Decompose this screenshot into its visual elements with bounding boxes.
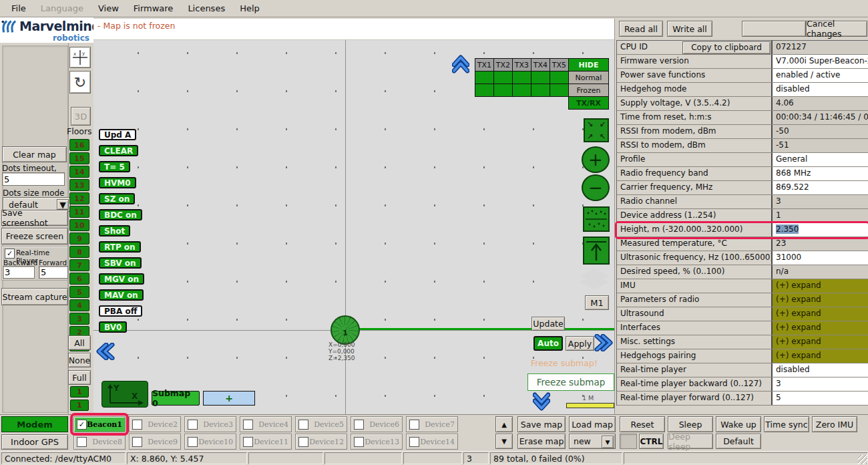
collapse-up-chevron-icon[interactable] (451, 55, 470, 73)
device-checkbox[interactable] (298, 420, 308, 430)
device-checkbox[interactable] (243, 420, 253, 430)
property-value[interactable]: 3 (773, 377, 868, 391)
menu-item-language[interactable]: Language (33, 1, 91, 15)
device-cell-device4[interactable]: Device4 (240, 416, 292, 432)
ceiling-mount-icon[interactable] (583, 237, 610, 265)
update-button[interactable]: Update (531, 317, 565, 331)
ctrl-checkbox[interactable] (620, 434, 637, 449)
property-value[interactable]: (+) expand (773, 293, 868, 307)
beacon-marker[interactable]: 1 (331, 315, 360, 345)
blank-button[interactable] (742, 21, 806, 37)
ctrl-button[interactable]: CTRL (639, 434, 664, 449)
tx-hide-button[interactable]: HIDE (568, 58, 609, 71)
property-value[interactable]: enabled / active (773, 69, 868, 82)
property-value[interactable]: (+) expand (773, 321, 868, 335)
read-all-button[interactable]: Read all (619, 21, 663, 37)
xy-grid-tool-icon[interactable]: xy (69, 47, 91, 68)
property-value[interactable]: General (773, 153, 868, 166)
floor-button-13[interactable]: 13 (69, 179, 89, 191)
device-checkbox[interactable] (298, 437, 308, 447)
menu-item-help[interactable]: Help (232, 1, 267, 15)
dots-timeout-input[interactable] (2, 172, 65, 186)
floor-extra-button-0[interactable]: 1 (70, 386, 89, 398)
property-value[interactable]: (+) expand (773, 335, 868, 349)
default-button[interactable]: Default (716, 434, 761, 449)
map-toggle-rtp-on[interactable]: RTP on (99, 241, 141, 253)
forward-input[interactable] (39, 266, 68, 279)
device-cell-device11[interactable]: Device11 (240, 434, 292, 450)
floor-all-button[interactable]: All (68, 335, 91, 350)
time-sync-button[interactable]: Time sync (764, 416, 809, 432)
sleep-button[interactable]: Sleep (668, 416, 713, 432)
map-toggle-shot[interactable]: Shot (99, 225, 130, 237)
map-toggle-pba-off[interactable]: PBA off (99, 305, 142, 317)
floor-button-10[interactable]: 10 (69, 219, 89, 231)
menu-item-firmware[interactable]: Firmware (126, 1, 181, 15)
stream-capture-button[interactable]: Stream capture (1, 288, 68, 305)
tx-cell-frozen-1[interactable] (475, 84, 494, 97)
map-select-dropdown[interactable]: new ▼ (569, 434, 616, 449)
device-checkbox[interactable] (188, 437, 198, 447)
floor-button-4[interactable]: 4 (69, 299, 89, 311)
device-checkbox[interactable] (354, 437, 364, 447)
device-cell-device13[interactable]: Device13 (351, 434, 403, 450)
property-value[interactable]: 1 (773, 209, 868, 222)
floor-none-button[interactable]: None (68, 353, 91, 367)
save-map-button[interactable]: Save map (517, 416, 566, 432)
property-value[interactable]: (+) expand (773, 307, 868, 321)
device-checkbox[interactable] (409, 420, 419, 430)
fit-to-view-icon[interactable]: ↘ ↙ ↗ ↖ (584, 118, 609, 142)
save-screenshot-button[interactable]: Save screenshot (1, 210, 68, 226)
tx-cell-normal-1[interactable] (475, 71, 494, 84)
floor-button-3[interactable]: 3 (69, 313, 89, 325)
device-checkbox[interactable] (243, 437, 253, 447)
device-checkbox[interactable]: ✓ (77, 420, 87, 430)
tx-header-tx5[interactable]: TX5 (550, 58, 569, 71)
floor-button-11[interactable]: 11 (69, 206, 89, 218)
property-value[interactable]: 072127 (773, 41, 868, 54)
tx-cell-frozen-2[interactable] (493, 84, 513, 97)
tx-cell-frozen-3[interactable] (512, 84, 531, 97)
map-toggle-mav-on[interactable]: MAV on (99, 289, 144, 301)
tx-header-tx3[interactable]: TX3 (512, 58, 531, 71)
device-scroll-down-icon[interactable]: ▼ (495, 434, 513, 449)
tx-txrx-button[interactable]: TX/RX (568, 96, 609, 110)
map-toggle-clear[interactable]: CLEAR (99, 145, 138, 156)
tx-row-label-normal[interactable]: Normal (568, 71, 609, 84)
device-scroll-up-icon[interactable]: ▲ (495, 416, 513, 432)
load-map-button[interactable]: Load map (569, 416, 616, 432)
map-toggle-bv0[interactable]: BV0 (99, 321, 127, 333)
device-cell-device8[interactable]: Device8 (73, 434, 126, 450)
menu-item-licenses[interactable]: Licenses (180, 1, 232, 15)
write-all-button[interactable]: Write all (667, 21, 712, 37)
floor-button-5[interactable]: 5 (69, 286, 89, 298)
property-value[interactable]: 869.522 (773, 181, 868, 194)
property-value[interactable]: 31000 (773, 251, 868, 265)
property-value[interactable]: 00:00:34 / 11:46:45 / 0 (773, 111, 868, 124)
submap-0-button[interactable]: Submap 0 (152, 391, 200, 406)
clear-map-button[interactable]: Clear map (2, 146, 67, 162)
apply-button[interactable]: Apply (566, 336, 594, 351)
3d-view-button[interactable]: 3D (71, 107, 91, 126)
device-checkbox[interactable] (354, 420, 364, 430)
tx-header-tx1[interactable]: TX1 (475, 58, 494, 71)
rotate-map-icon[interactable]: ↻ (69, 71, 91, 94)
map-toggle-mgv-on[interactable]: MGV on (99, 273, 144, 285)
device-checkbox[interactable] (132, 437, 142, 447)
tx-header-tx4[interactable]: TX4 (531, 58, 550, 71)
map-toggle-sbv-on[interactable]: SBV on (99, 257, 142, 269)
realtime-player-checkbox[interactable]: ✓ (5, 249, 15, 259)
property-value[interactable]: -51 (773, 139, 868, 152)
menu-item-view[interactable]: View (91, 1, 126, 15)
floor-button-12[interactable]: 12 (69, 192, 89, 204)
copy-to-clipboard-button[interactable]: Copy to clipboard (682, 41, 771, 54)
deep-sleep-button[interactable]: Deep sleep (668, 434, 713, 449)
dots-display-icon[interactable] (583, 206, 610, 232)
device-cell-device2[interactable]: Device2 (129, 416, 181, 432)
property-value[interactable]: 3 (773, 195, 868, 208)
property-value[interactable]: (+) expand (773, 349, 868, 363)
add-submap-button[interactable]: + (203, 391, 255, 406)
expand-right-chevron-icon[interactable] (594, 334, 613, 351)
zoom-in-icon[interactable]: + (582, 146, 610, 173)
property-value[interactable]: (+) expand (773, 279, 868, 293)
